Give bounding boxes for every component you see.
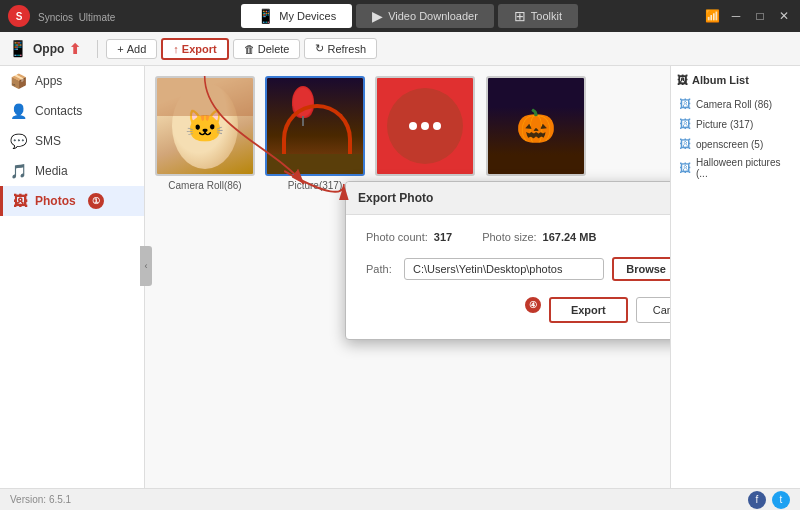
minimize-button[interactable]: ─ [728,9,744,23]
dialog-info-row: Photo count: 317 Photo size: 167.24 MB [366,231,670,243]
dialog-header: Export Photo ✕ [346,182,670,215]
tab-video-downloader[interactable]: ▶ Video Downloader [356,4,494,28]
dialog-path-row: Path: Browse ③ [366,257,670,281]
close-button[interactable]: ✕ [776,9,792,23]
media-icon: 🎵 [10,163,27,179]
app-logo: S [8,5,30,27]
photo-size-label: Photo size: [482,231,536,243]
photo-size-field: Photo size: 167.24 MB [482,231,596,243]
dialog-title: Export Photo [358,191,433,205]
export-dialog: Export Photo ✕ Photo count: 317 Photo si… [345,181,670,340]
panel-icon-2: 🖼 [679,117,691,131]
sidebar-item-sms[interactable]: 💬 SMS [0,126,144,156]
cancel-button[interactable]: Cancel [636,297,670,323]
panel-icon-3: 🖼 [679,137,691,151]
sidebar-item-apps[interactable]: 📦 Apps [0,66,144,96]
panel-openscreen[interactable]: 🖼 openscreen (5) [677,134,794,154]
play-icon: ▶ [372,8,383,24]
photos-icon: 🖼 [13,193,27,209]
phone-icon: 📱 [257,8,274,24]
photo-count-label: Photo count: [366,231,428,243]
panel-picture[interactable]: 🖼 Picture (317) [677,114,794,134]
twitter-button[interactable]: t [772,491,790,509]
contacts-icon: 👤 [10,103,27,119]
sidebar-item-contacts[interactable]: 👤 Contacts [0,96,144,126]
refresh-button[interactable]: ↻ Refresh [304,38,377,59]
maximize-button[interactable]: □ [752,9,768,23]
annotation-1: ① [88,193,104,209]
export-button[interactable]: ↑ Export [161,38,228,60]
device-label: 📱 Oppo ⬆ [8,39,81,58]
toolbar: 📱 Oppo ⬆ + Add ↑ Export 🗑 Delete ↻ Refre… [0,32,800,66]
photo-count-value: 317 [434,231,452,243]
delete-button[interactable]: 🗑 Delete [233,39,301,59]
photo-count-field: Photo count: 317 [366,231,452,243]
tab-toolkit[interactable]: ⊞ Toolkit [498,4,578,28]
sms-icon: 💬 [10,133,27,149]
annotation-4: ④ [525,297,541,313]
panel-camera-roll[interactable]: 🖼 Camera Roll (86) [677,94,794,114]
version-label: Version: 6.5.1 [10,494,71,505]
dialog-body: Photo count: 317 Photo size: 167.24 MB P… [346,215,670,339]
apps-icon: 📦 [10,73,27,89]
toolkit-icon: ⊞ [514,8,526,24]
browse-button[interactable]: Browse [612,257,670,281]
title-bar-left: S Syncios Ultimate [8,5,115,27]
title-bar: S Syncios Ultimate 📱 My Devices ▶ Video … [0,0,800,32]
window-controls: 📶 ─ □ ✕ [704,9,792,23]
right-panel: 🖼 Album List 🖼 Camera Roll (86) 🖼 Pictur… [670,66,800,510]
wifi-icon: 📶 [704,9,720,23]
delete-icon: 🗑 [244,43,255,55]
dialog-actions: ④ Export Cancel [366,297,670,323]
app-name: Syncios Ultimate [36,9,115,24]
social-icons: f t [748,491,790,509]
sidebar: 📦 Apps 👤 Contacts 💬 SMS 🎵 Media 🖼 Photos… [0,66,145,510]
panel-title: 🖼 Album List [677,74,794,86]
photo-size-value: 167.24 MB [543,231,597,243]
sidebar-item-media[interactable]: 🎵 Media [0,156,144,186]
upload-icon: ⬆ [69,41,81,57]
panel-icon-1: 🖼 [679,97,691,111]
album-icon: 🖼 [677,74,688,86]
dialog-overlay: Export Photo ✕ Photo count: 317 Photo si… [145,66,670,510]
panel-halloween[interactable]: 🖼 Halloween pictures (... [677,154,794,182]
sidebar-item-photos[interactable]: 🖼 Photos ① [0,186,144,216]
add-icon: + [117,43,123,55]
content-area: ② 🐱 Camera Roll(86) [145,66,670,510]
panel-icon-4: 🖼 [679,161,691,175]
export-icon: ↑ [173,43,179,55]
path-label: Path: [366,263,396,275]
path-input[interactable] [404,258,604,280]
export-confirm-button[interactable]: Export [549,297,628,323]
add-button[interactable]: + Add [106,39,157,59]
main-layout: 📦 Apps 👤 Contacts 💬 SMS 🎵 Media 🖼 Photos… [0,66,800,510]
tab-my-devices[interactable]: 📱 My Devices [241,4,352,28]
refresh-icon: ↻ [315,42,324,55]
separator-1 [97,40,98,58]
nav-tabs: 📱 My Devices ▶ Video Downloader ⊞ Toolki… [241,4,578,28]
facebook-button[interactable]: f [748,491,766,509]
device-icon: 📱 [8,39,28,58]
